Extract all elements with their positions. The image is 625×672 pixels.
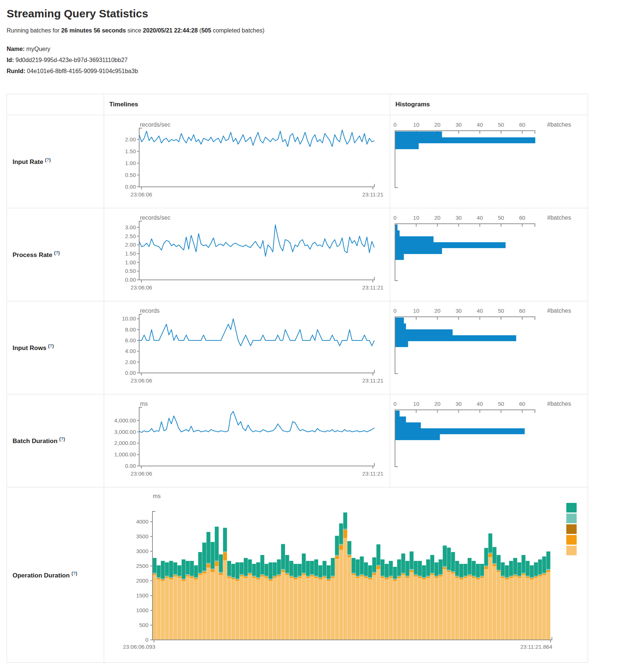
stacked-bar-segment-light-teal — [405, 576, 409, 576]
process-rate-timeline-chart: records/sec3.002.502.001.501.000.500.002… — [104, 208, 390, 301]
x-axis-start-label: 23:06:06 — [131, 191, 152, 198]
stacked-bar-segment-teal — [430, 555, 435, 573]
legend-swatch-light-orange — [566, 546, 577, 555]
stacked-bar-segment-light-teal — [173, 574, 177, 575]
stacked-bar-segment-light-orange — [347, 557, 351, 640]
operation-duration-label: Operation Duration — [13, 572, 70, 579]
stacked-bar-segment-light-orange — [377, 569, 381, 640]
stacked-bar-segment-light-teal — [381, 576, 385, 576]
stacked-bar-segment-orange — [152, 574, 157, 575]
input-rows-histogram-chart: #batches0102030405060 — [390, 301, 588, 394]
stacked-bar-segment-light-orange — [472, 578, 476, 640]
stacked-bar-segment-teal — [281, 544, 285, 569]
stacked-bar-segment-teal — [285, 555, 289, 573]
stacked-bar-segment-teal — [546, 551, 550, 569]
stacked-bar-segment-light-teal — [426, 576, 430, 576]
stacked-bar-segment-orange — [240, 575, 244, 576]
input-rows-label: Input Rows — [13, 344, 47, 352]
process-rate-help-icon[interactable]: (?) — [54, 250, 59, 256]
stacked-bar-segment-light-teal — [410, 569, 414, 570]
input-rate-help-icon[interactable]: (?) — [45, 157, 51, 162]
stacked-bar-segment-orange — [206, 564, 210, 568]
stacked-bar-segment-light-teal — [202, 570, 206, 571]
stacked-bar-segment-light-teal — [281, 569, 285, 570]
stacked-bar-segment-orange — [513, 575, 517, 576]
x-axis-end-label: 23:11:21 — [362, 377, 383, 384]
axis-tick-label: 40 — [477, 401, 483, 407]
stacked-bar-segment-light-orange — [364, 578, 368, 640]
batch-duration-help-icon[interactable]: (?) — [59, 436, 65, 442]
stacked-bar-segment-light-teal — [455, 576, 459, 576]
axis-tick-label: 10 — [413, 215, 419, 221]
stacked-bar-segment-orange — [161, 580, 165, 581]
batch-duration-label: Batch Duration — [13, 438, 58, 445]
stacked-bar-segment-orange — [534, 577, 538, 578]
stacked-bar-segment-orange — [215, 562, 219, 566]
stacked-bar-segment-orange — [459, 578, 463, 579]
stacked-bar-segment-light-teal — [517, 576, 521, 576]
stacked-bar-segment-light-teal — [538, 574, 542, 575]
table-header-row: Timelines Histograms — [7, 94, 588, 115]
stacked-bar-segment-light-teal — [273, 576, 277, 576]
stacked-bar-segment-teal — [302, 553, 306, 573]
stacked-bar-segment-orange — [335, 556, 339, 559]
empty-header-cell — [7, 94, 104, 115]
axis-tick-label: 1.00 — [125, 160, 136, 166]
stacked-bar-segment-teal — [393, 567, 397, 579]
stacked-bar-segment-light-teal — [314, 576, 318, 576]
stacked-bar-segment-teal — [530, 565, 534, 577]
legend-swatch-teal — [566, 503, 577, 512]
stacked-bar-segment-light-orange — [476, 579, 480, 640]
process-rate-histogram-chart: #batches0102030405060 — [390, 208, 588, 301]
stacked-bar-segment-orange — [360, 575, 364, 576]
stacked-bar-segment-light-teal — [389, 576, 393, 576]
stacked-bar-segment-light-orange — [327, 581, 331, 640]
stacked-bar-segment-orange — [542, 574, 546, 575]
stacked-bar-segment-teal — [455, 561, 459, 576]
input-rows-help-icon[interactable]: (?) — [48, 343, 54, 349]
stacked-bar-segment-light-teal — [335, 555, 339, 556]
stacked-bar-segment-light-teal — [240, 574, 244, 575]
stacked-bar-segment-light-orange — [206, 568, 210, 640]
stacked-bar-segment-teal — [215, 527, 219, 560]
stacked-bar-segment-light-orange — [513, 576, 517, 640]
histogram-bar — [395, 329, 453, 335]
stacked-bar-segment-light-orange — [368, 579, 372, 640]
stacked-bar-segment-orange — [426, 577, 430, 578]
stacked-bar-segment-light-orange — [534, 578, 538, 640]
stacked-bar-segment-light-orange — [517, 578, 521, 640]
stacked-bar-segment-orange — [501, 577, 505, 578]
axis-tick-label: 50 — [498, 308, 504, 314]
stacked-bar-segment-light-teal — [501, 576, 505, 576]
axis-tick-label: 20 — [435, 215, 441, 221]
stacked-bar-segment-light-orange — [152, 575, 157, 640]
stacked-bar-segment-light-teal — [206, 563, 210, 564]
stacked-bar-segment-orange — [236, 580, 240, 581]
timeline-series-line — [139, 225, 374, 256]
axis-tick-label: 0.00 — [125, 277, 136, 283]
y-axis-unit-label: ms — [153, 493, 161, 499]
histogram-bar — [395, 254, 404, 260]
operation-duration-help-icon[interactable]: (?) — [72, 571, 77, 576]
stacked-bar-segment-light-teal — [256, 577, 260, 578]
stacked-bar-segment-teal — [542, 556, 546, 573]
stacked-bar-segment-light-orange — [339, 550, 343, 640]
x-axis-ticks — [154, 640, 550, 642]
stacked-bar-segment-orange — [405, 577, 409, 578]
query-id-label: Id: — [7, 57, 14, 63]
running-batches-summary: Running batches for 26 minutes 56 second… — [7, 27, 625, 34]
axis-tick-label: 3.00 — [125, 224, 136, 230]
stacked-bar-segment-teal — [372, 557, 376, 572]
stacked-bar-segment-light-teal — [393, 579, 397, 579]
input-rate-row: Input Rate (?) records/sec2.001.501.000.… — [7, 115, 588, 208]
stacked-bar-segment-light-teal — [377, 565, 381, 566]
stacked-bar-segment-light-teal — [385, 577, 389, 578]
stacked-bar-segment-light-orange — [182, 581, 186, 640]
stacked-bar-segment-teal — [410, 551, 414, 569]
stacked-bar-segment-orange — [372, 573, 376, 575]
stacked-bar-segment-orange — [472, 577, 476, 578]
stacked-bar-segment-orange — [256, 578, 260, 579]
stacked-bar-segment-teal — [165, 562, 169, 576]
stacked-bar-segment-teal — [426, 559, 430, 576]
axis-tick-label: 0 — [394, 401, 396, 407]
